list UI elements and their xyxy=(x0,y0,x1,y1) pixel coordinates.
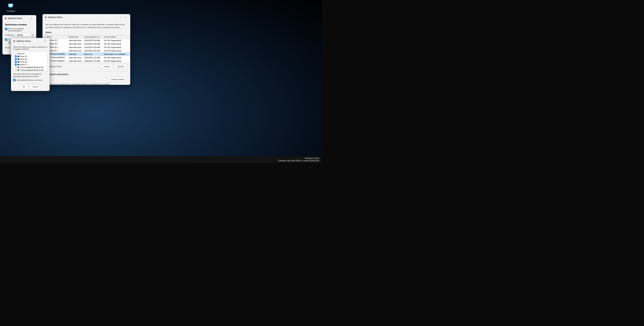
table-row[interactable]: Drive (C:) Hard disk drive 3/23/2022 8:4… xyxy=(46,39,130,42)
drive-list-label: Select all xyxy=(18,53,24,55)
drive-list-icon xyxy=(18,64,20,65)
main-optimize-drives-window: ⚙ Optimize Drives ─ □ ✕ You can optimize… xyxy=(42,14,130,85)
list-item[interactable]: Drive (E:) xyxy=(13,61,47,63)
schedule-window-title: ⚙ Optimize Drives xyxy=(4,17,22,20)
table-row[interactable]: Drive (E:) Hard disk drive 3/23/2022 8:5… xyxy=(46,46,130,49)
media-type-cell: Hard disk drive xyxy=(68,39,83,42)
status-cell: OK (0% fragmented) xyxy=(102,59,130,63)
list-item[interactable]: \\?\Volume{d6dc0739-8e72-462e-af3d-5b59f… xyxy=(13,69,47,71)
status-cell: OK (0% fragmented) xyxy=(102,56,130,59)
svg-rect-2 xyxy=(10,7,11,8)
drive-checkbox[interactable] xyxy=(15,55,17,57)
last-analyzed-cell: 3/23/2022 8:56 AM xyxy=(83,46,102,49)
main-window-minimize-button[interactable]: ─ xyxy=(113,16,118,19)
drives-window-titlebar: ⚙ Optimize Drives ✕ xyxy=(11,38,50,44)
drive-checkbox[interactable] xyxy=(15,58,17,60)
drive-checkbox[interactable] xyxy=(15,66,17,68)
main-info-text: You can optimize your drives to help you… xyxy=(45,23,127,29)
list-item[interactable]: Drive (C:) xyxy=(13,55,47,58)
drives-label: Drives xyxy=(5,47,11,49)
list-item[interactable]: \\?\Volume{883e0706-8d6c-452b-9653-9f38e… xyxy=(13,66,47,69)
drives-window-icon: ⚙ xyxy=(13,40,16,43)
last-analyzed-cell: 3/23/2022 8:56 AM xyxy=(83,42,102,46)
frequency-select[interactable]: Daily Weekly Monthly xyxy=(16,33,34,37)
os-name: Windows 11 Home xyxy=(278,157,319,159)
run-on-schedule-checkbox[interactable] xyxy=(5,28,7,30)
col-current-status: Current status xyxy=(102,35,130,39)
list-item[interactable]: Select all xyxy=(13,52,47,55)
last-analyzed-cell: 3/23/2022 8:56 AM xyxy=(83,49,102,52)
status-cell: OK (0% fragmented) xyxy=(102,39,130,42)
drive-list-label: \\?\Volume{883e0706-8d6c-452b-9653-9f38e… xyxy=(20,67,46,68)
scheduled-header: On Change settings xyxy=(45,77,127,82)
table-row[interactable]: Drive (D:) Hard disk drive 3/23/2022 8:5… xyxy=(46,42,130,46)
media-type-cell: Unknown xyxy=(68,52,83,56)
status-cell: OK (0% fragmented) xyxy=(102,46,130,49)
media-type-cell: Hard disk drive xyxy=(68,42,83,46)
last-analyzed-cell: Never run xyxy=(83,52,102,56)
drive-list-label: \\?\Volume{d6dc0739-8e72-462e-af3d-5b59f… xyxy=(20,69,46,71)
drive-list-label: Drive (F:) xyxy=(20,64,28,66)
main-window-content: You can optimize your drives to help you… xyxy=(43,20,130,85)
drive-list-icon xyxy=(18,56,20,57)
drives-status-table: Drive Media type Last analyzed or o... C… xyxy=(45,35,130,63)
schedule-section-title: Optimization schedule xyxy=(5,24,34,26)
drives-note: Only drives that can be scheduled for au… xyxy=(13,73,48,78)
action-row: Advanced View Analyze Optimize xyxy=(45,64,127,69)
drives-cancel-button[interactable]: Cancel xyxy=(30,84,41,89)
auto-optimize-label[interactable]: Automatically optimize new drives xyxy=(13,79,48,81)
drive-list-icon xyxy=(18,58,20,60)
frequency-row: Frequency Daily Weekly Monthly xyxy=(5,33,34,37)
drive-checkbox[interactable] xyxy=(15,69,17,71)
main-window-titlebar: ⚙ Optimize Drives ─ □ ✕ xyxy=(43,14,130,20)
optimize-button[interactable]: Optimize xyxy=(114,64,127,69)
drives-window-title: ⚙ Optimize Drives xyxy=(13,40,31,43)
schedule-window-icon: ⚙ xyxy=(4,17,7,20)
drive-checkbox[interactable] xyxy=(15,61,17,63)
svg-rect-1 xyxy=(9,4,12,7)
main-window-close-button[interactable]: ✕ xyxy=(123,16,128,19)
analyze-button[interactable]: Analyze xyxy=(100,64,113,69)
drive-list-label: Drive (D:) xyxy=(20,58,28,60)
drives-selection-window: ⚙ Optimize Drives ✕ Select the drives yo… xyxy=(11,38,50,91)
desktop-icon-computer[interactable]: Computer xyxy=(4,2,18,13)
last-analyzed-cell: 3/24/2022 5:16 AM xyxy=(83,59,102,63)
computer-icon-label: Computer xyxy=(7,10,15,12)
table-row[interactable]: \\?\Volume{4e559... Unknown Never run Op… xyxy=(46,52,130,56)
status-section-label: Status xyxy=(45,31,127,34)
last-analyzed-cell: 3/24/2022 5:16 AM xyxy=(83,56,102,59)
drives-instruction: Select the drives you want to optimize o… xyxy=(13,46,48,50)
drives-window-controls: ✕ xyxy=(43,39,48,43)
analyze-optimize-buttons: Analyze Optimize xyxy=(100,64,127,69)
media-type-cell: Hard disk drive xyxy=(68,56,83,59)
drives-dialog-buttons: OK Cancel xyxy=(13,84,48,89)
table-row[interactable]: Drive (F:) Hard disk drive 3/23/2022 8:5… xyxy=(46,49,130,52)
taskbar-info: Windows 11 Home Evaluation copy. Build 2… xyxy=(278,157,319,162)
auto-optimize-checkbox[interactable] xyxy=(13,79,16,81)
status-cell: OK (0% fragmented) xyxy=(102,49,130,52)
increase-priority-checkbox[interactable] xyxy=(5,38,7,41)
run-on-schedule-label[interactable]: Run on a schedule (recommended) xyxy=(5,28,34,32)
schedule-window-close-button[interactable]: ✕ xyxy=(29,17,34,20)
status-cell: Optimization not available (CD-ROM v... xyxy=(102,52,130,56)
drives-window-close-button[interactable]: ✕ xyxy=(43,39,48,43)
drive-checkbox[interactable] xyxy=(15,64,17,66)
table-row[interactable]: \\?\Volume{d6dc0... Hard disk drive 3/24… xyxy=(46,59,130,63)
drives-ok-button[interactable]: OK xyxy=(20,84,28,89)
scheduled-section-label: Scheduled optimization xyxy=(45,73,127,76)
list-item[interactable]: Drive (F:) xyxy=(13,63,47,66)
schedule-window-controls: ✕ xyxy=(29,17,34,20)
drive-checkbox[interactable] xyxy=(15,53,17,55)
main-window-title: ⚙ Optimize Drives xyxy=(45,16,62,19)
change-settings-button[interactable]: Change settings xyxy=(108,77,128,82)
drives-list: Select all Drive (C:) Drive (D:) Drive (… xyxy=(13,51,48,72)
desktop: Computer Recycle Bin ⚙ Optimize Drives ─… xyxy=(0,0,322,163)
drive-list-icon xyxy=(18,67,19,68)
main-window-icon: ⚙ xyxy=(45,16,47,19)
main-window-maximize-button[interactable]: □ xyxy=(118,16,123,19)
main-window-controls: ─ □ ✕ xyxy=(113,16,128,19)
table-row[interactable]: \\?\Volume{883e0... Hard disk drive 3/24… xyxy=(46,56,130,59)
drive-icon: \\?\Volume{4e559... xyxy=(47,53,66,55)
drive-list-label: Drive (E:) xyxy=(20,61,28,63)
list-item[interactable]: Drive (D:) xyxy=(13,58,47,61)
